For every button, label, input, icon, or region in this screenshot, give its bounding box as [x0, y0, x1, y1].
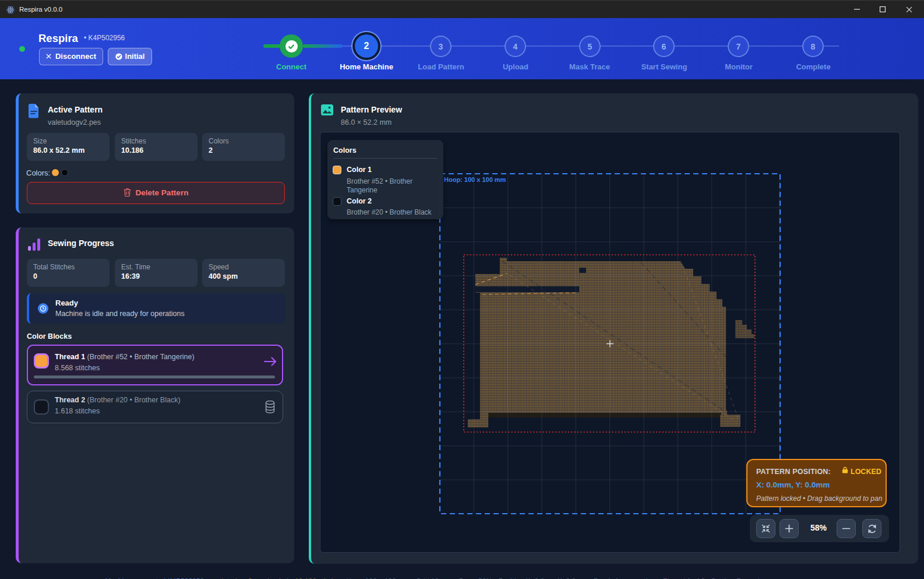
svg-text:Hoop: 100 x 100 mm: Hoop: 100 x 100 mm — [444, 176, 506, 183]
